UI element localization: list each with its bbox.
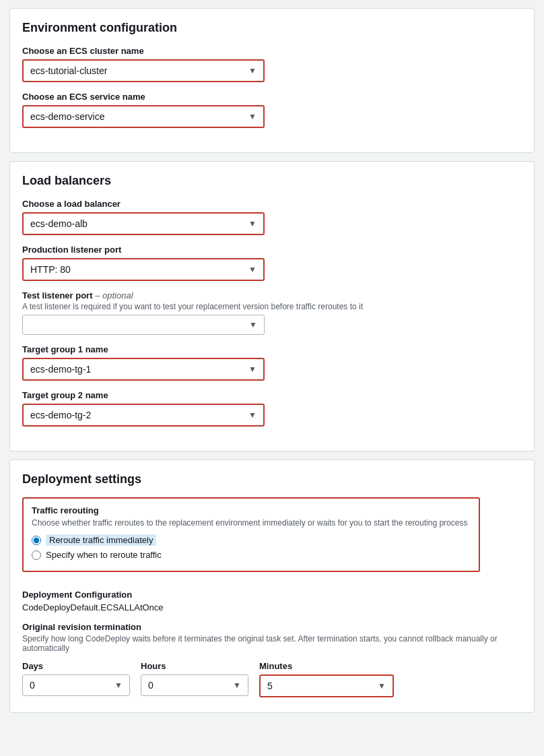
tg1-label: Target group 1 name bbox=[22, 344, 522, 354]
test-listener-dropdown[interactable]: ▼ bbox=[22, 315, 265, 335]
prod-listener-value: HTTP: 80 bbox=[24, 259, 242, 280]
service-value: ecs-demo-service bbox=[24, 106, 242, 127]
tg1-field-group: Target group 1 name ecs-demo-tg-1 ▼ bbox=[22, 344, 522, 381]
prod-listener-dropdown[interactable]: HTTP: 80 ▼ bbox=[22, 258, 265, 281]
traffic-rerouting-box: Traffic rerouting Choose whether traffic… bbox=[22, 497, 480, 572]
days-label: Days bbox=[22, 661, 130, 671]
deployment-settings-section: Deployment settings Traffic rerouting Ch… bbox=[9, 460, 535, 713]
minutes-label: Minutes bbox=[259, 661, 394, 671]
tg1-value: ecs-demo-tg-1 bbox=[24, 359, 242, 379]
service-arrow-icon: ▼ bbox=[242, 107, 263, 126]
tg2-field-group: Target group 2 name ecs-demo-tg-2 ▼ bbox=[22, 390, 522, 427]
cluster-dropdown[interactable]: ecs-tutorial-cluster ▼ bbox=[22, 59, 265, 82]
load-balancers-title: Load balancers bbox=[22, 174, 522, 188]
lb-arrow-icon: ▼ bbox=[242, 214, 263, 233]
test-listener-field-group: Test listener port – optional A test lis… bbox=[22, 290, 522, 335]
lb-label: Choose a load balancer bbox=[22, 199, 522, 209]
original-revision-title: Original revision termination bbox=[22, 622, 522, 632]
minutes-value: 5 bbox=[261, 676, 371, 696]
reroute-immediately-label: Reroute traffic immediately bbox=[46, 534, 156, 546]
environment-config-section: Environment configuration Choose an ECS … bbox=[9, 8, 535, 153]
minutes-arrow-icon: ▼ bbox=[371, 676, 393, 695]
deployment-settings-title: Deployment settings bbox=[22, 472, 522, 486]
lb-value: ecs-demo-alb bbox=[24, 214, 242, 234]
tg1-dropdown[interactable]: ecs-demo-tg-1 ▼ bbox=[22, 358, 265, 381]
deployment-config-value: CodeDeployDefault.ECSALLAtOnce bbox=[22, 602, 522, 612]
test-listener-arrow-icon: ▼ bbox=[242, 315, 264, 334]
service-label: Choose an ECS service name bbox=[22, 92, 522, 102]
tg2-dropdown[interactable]: ecs-demo-tg-2 ▼ bbox=[22, 404, 265, 427]
cluster-value: ecs-tutorial-cluster bbox=[24, 61, 242, 81]
hours-field: Hours 0 ▼ bbox=[141, 661, 248, 696]
load-balancers-section: Load balancers Choose a load balancer ec… bbox=[9, 161, 535, 451]
reroute-immediately-radio[interactable] bbox=[32, 536, 41, 545]
prod-listener-arrow-icon: ▼ bbox=[242, 260, 263, 279]
prod-listener-field-group: Production listener port HTTP: 80 ▼ bbox=[22, 245, 522, 281]
cluster-field-group: Choose an ECS cluster name ecs-tutorial-… bbox=[22, 46, 522, 82]
service-dropdown[interactable]: ecs-demo-service ▼ bbox=[22, 105, 265, 128]
hours-value: 0 bbox=[141, 675, 226, 695]
minutes-dropdown[interactable]: 5 ▼ bbox=[259, 674, 394, 697]
days-field: Days 0 ▼ bbox=[22, 661, 130, 696]
tg1-arrow-icon: ▼ bbox=[242, 360, 263, 379]
hours-arrow-icon: ▼ bbox=[226, 676, 248, 695]
test-listener-sublabel: A test listener is required if you want … bbox=[22, 302, 522, 311]
specify-when-label: Specify when to reroute traffic bbox=[46, 550, 162, 560]
days-dropdown[interactable]: 0 ▼ bbox=[22, 674, 130, 696]
test-listener-value bbox=[23, 320, 242, 329]
specify-when-option[interactable]: Specify when to reroute traffic bbox=[32, 550, 471, 560]
service-field-group: Choose an ECS service name ecs-demo-serv… bbox=[22, 92, 522, 128]
traffic-rerouting-sublabel: Choose whether traffic reroutes to the r… bbox=[32, 518, 471, 528]
reroute-immediately-option[interactable]: Reroute traffic immediately bbox=[32, 534, 471, 546]
cluster-arrow-icon: ▼ bbox=[242, 61, 263, 80]
hours-dropdown[interactable]: 0 ▼ bbox=[141, 674, 248, 696]
tg2-arrow-icon: ▼ bbox=[242, 406, 263, 424]
specify-when-radio[interactable] bbox=[32, 550, 41, 560]
traffic-rerouting-label: Traffic rerouting bbox=[32, 505, 471, 515]
tg2-label: Target group 2 name bbox=[22, 390, 522, 400]
env-config-title: Environment configuration bbox=[22, 21, 522, 35]
prod-listener-label: Production listener port bbox=[22, 245, 522, 255]
days-arrow-icon: ▼ bbox=[108, 676, 129, 695]
original-revision-sub: Specify how long CodeDeploy waits before… bbox=[22, 634, 522, 653]
time-fields: Days 0 ▼ Hours 0 ▼ Minutes 5 ▼ bbox=[22, 661, 522, 697]
lb-field-group: Choose a load balancer ecs-demo-alb ▼ bbox=[22, 199, 522, 235]
minutes-field: Minutes 5 ▼ bbox=[259, 661, 394, 697]
deployment-config-label: Deployment Configuration bbox=[22, 590, 522, 600]
test-listener-label: Test listener port – optional bbox=[22, 290, 522, 301]
lb-dropdown[interactable]: ecs-demo-alb ▼ bbox=[22, 212, 265, 235]
tg2-value: ecs-demo-tg-2 bbox=[24, 405, 242, 425]
cluster-label: Choose an ECS cluster name bbox=[22, 46, 522, 56]
days-value: 0 bbox=[23, 675, 108, 695]
hours-label: Hours bbox=[141, 661, 248, 671]
